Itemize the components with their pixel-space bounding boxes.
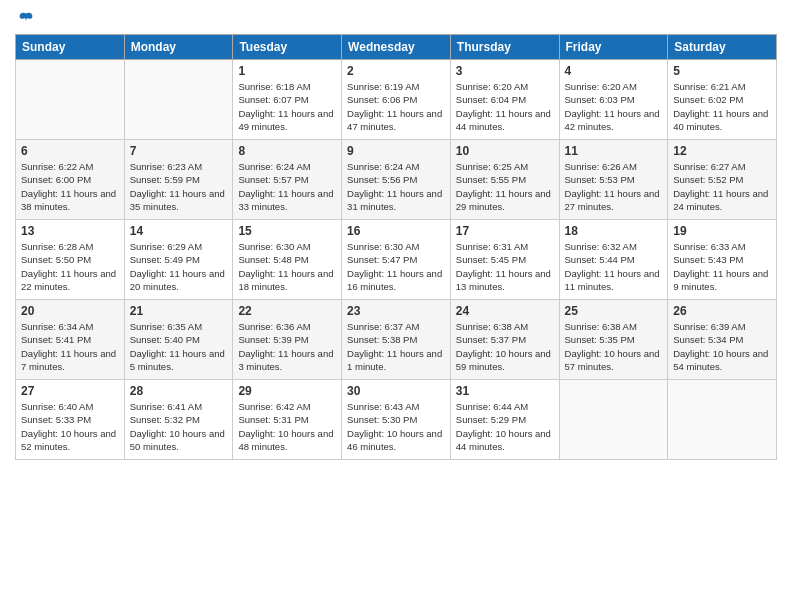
column-header-monday: Monday <box>124 35 233 60</box>
calendar-week-row: 20Sunrise: 6:34 AM Sunset: 5:41 PM Dayli… <box>16 300 777 380</box>
day-info: Sunrise: 6:20 AM Sunset: 6:04 PM Dayligh… <box>456 80 554 133</box>
day-number: 30 <box>347 384 445 398</box>
day-number: 17 <box>456 224 554 238</box>
day-number: 18 <box>565 224 663 238</box>
calendar-table: SundayMondayTuesdayWednesdayThursdayFrid… <box>15 34 777 460</box>
calendar-day-14: 14Sunrise: 6:29 AM Sunset: 5:49 PM Dayli… <box>124 220 233 300</box>
day-info: Sunrise: 6:31 AM Sunset: 5:45 PM Dayligh… <box>456 240 554 293</box>
day-number: 16 <box>347 224 445 238</box>
calendar-week-row: 27Sunrise: 6:40 AM Sunset: 5:33 PM Dayli… <box>16 380 777 460</box>
calendar-day-13: 13Sunrise: 6:28 AM Sunset: 5:50 PM Dayli… <box>16 220 125 300</box>
calendar-empty-cell <box>124 60 233 140</box>
calendar-week-row: 13Sunrise: 6:28 AM Sunset: 5:50 PM Dayli… <box>16 220 777 300</box>
calendar-day-17: 17Sunrise: 6:31 AM Sunset: 5:45 PM Dayli… <box>450 220 559 300</box>
calendar-day-28: 28Sunrise: 6:41 AM Sunset: 5:32 PM Dayli… <box>124 380 233 460</box>
logo <box>15 10 35 26</box>
day-number: 24 <box>456 304 554 318</box>
column-header-saturday: Saturday <box>668 35 777 60</box>
day-info: Sunrise: 6:20 AM Sunset: 6:03 PM Dayligh… <box>565 80 663 133</box>
calendar-day-19: 19Sunrise: 6:33 AM Sunset: 5:43 PM Dayli… <box>668 220 777 300</box>
day-info: Sunrise: 6:22 AM Sunset: 6:00 PM Dayligh… <box>21 160 119 213</box>
calendar-day-8: 8Sunrise: 6:24 AM Sunset: 5:57 PM Daylig… <box>233 140 342 220</box>
calendar-day-10: 10Sunrise: 6:25 AM Sunset: 5:55 PM Dayli… <box>450 140 559 220</box>
day-info: Sunrise: 6:30 AM Sunset: 5:47 PM Dayligh… <box>347 240 445 293</box>
day-number: 8 <box>238 144 336 158</box>
day-number: 14 <box>130 224 228 238</box>
day-info: Sunrise: 6:44 AM Sunset: 5:29 PM Dayligh… <box>456 400 554 453</box>
day-info: Sunrise: 6:24 AM Sunset: 5:57 PM Dayligh… <box>238 160 336 213</box>
day-number: 29 <box>238 384 336 398</box>
calendar-day-4: 4Sunrise: 6:20 AM Sunset: 6:03 PM Daylig… <box>559 60 668 140</box>
calendar-day-31: 31Sunrise: 6:44 AM Sunset: 5:29 PM Dayli… <box>450 380 559 460</box>
header <box>15 10 777 26</box>
calendar-day-21: 21Sunrise: 6:35 AM Sunset: 5:40 PM Dayli… <box>124 300 233 380</box>
calendar-day-12: 12Sunrise: 6:27 AM Sunset: 5:52 PM Dayli… <box>668 140 777 220</box>
calendar-day-1: 1Sunrise: 6:18 AM Sunset: 6:07 PM Daylig… <box>233 60 342 140</box>
day-info: Sunrise: 6:24 AM Sunset: 5:56 PM Dayligh… <box>347 160 445 213</box>
column-header-tuesday: Tuesday <box>233 35 342 60</box>
calendar-day-15: 15Sunrise: 6:30 AM Sunset: 5:48 PM Dayli… <box>233 220 342 300</box>
day-number: 28 <box>130 384 228 398</box>
day-info: Sunrise: 6:42 AM Sunset: 5:31 PM Dayligh… <box>238 400 336 453</box>
day-info: Sunrise: 6:40 AM Sunset: 5:33 PM Dayligh… <box>21 400 119 453</box>
day-number: 1 <box>238 64 336 78</box>
calendar-empty-cell <box>668 380 777 460</box>
day-info: Sunrise: 6:35 AM Sunset: 5:40 PM Dayligh… <box>130 320 228 373</box>
day-info: Sunrise: 6:25 AM Sunset: 5:55 PM Dayligh… <box>456 160 554 213</box>
day-info: Sunrise: 6:21 AM Sunset: 6:02 PM Dayligh… <box>673 80 771 133</box>
calendar-day-6: 6Sunrise: 6:22 AM Sunset: 6:00 PM Daylig… <box>16 140 125 220</box>
logo-bird-icon <box>17 10 35 28</box>
calendar-day-3: 3Sunrise: 6:20 AM Sunset: 6:04 PM Daylig… <box>450 60 559 140</box>
day-number: 3 <box>456 64 554 78</box>
day-number: 10 <box>456 144 554 158</box>
calendar-empty-cell <box>16 60 125 140</box>
calendar-header-row: SundayMondayTuesdayWednesdayThursdayFrid… <box>16 35 777 60</box>
calendar-day-30: 30Sunrise: 6:43 AM Sunset: 5:30 PM Dayli… <box>342 380 451 460</box>
day-number: 11 <box>565 144 663 158</box>
day-number: 26 <box>673 304 771 318</box>
calendar-day-26: 26Sunrise: 6:39 AM Sunset: 5:34 PM Dayli… <box>668 300 777 380</box>
calendar-day-29: 29Sunrise: 6:42 AM Sunset: 5:31 PM Dayli… <box>233 380 342 460</box>
day-info: Sunrise: 6:23 AM Sunset: 5:59 PM Dayligh… <box>130 160 228 213</box>
calendar-day-9: 9Sunrise: 6:24 AM Sunset: 5:56 PM Daylig… <box>342 140 451 220</box>
column-header-wednesday: Wednesday <box>342 35 451 60</box>
day-info: Sunrise: 6:38 AM Sunset: 5:35 PM Dayligh… <box>565 320 663 373</box>
day-info: Sunrise: 6:36 AM Sunset: 5:39 PM Dayligh… <box>238 320 336 373</box>
day-info: Sunrise: 6:33 AM Sunset: 5:43 PM Dayligh… <box>673 240 771 293</box>
day-info: Sunrise: 6:43 AM Sunset: 5:30 PM Dayligh… <box>347 400 445 453</box>
column-header-thursday: Thursday <box>450 35 559 60</box>
day-info: Sunrise: 6:34 AM Sunset: 5:41 PM Dayligh… <box>21 320 119 373</box>
calendar-day-27: 27Sunrise: 6:40 AM Sunset: 5:33 PM Dayli… <box>16 380 125 460</box>
calendar-empty-cell <box>559 380 668 460</box>
day-info: Sunrise: 6:26 AM Sunset: 5:53 PM Dayligh… <box>565 160 663 213</box>
day-info: Sunrise: 6:41 AM Sunset: 5:32 PM Dayligh… <box>130 400 228 453</box>
calendar-day-11: 11Sunrise: 6:26 AM Sunset: 5:53 PM Dayli… <box>559 140 668 220</box>
day-number: 20 <box>21 304 119 318</box>
calendar-day-25: 25Sunrise: 6:38 AM Sunset: 5:35 PM Dayli… <box>559 300 668 380</box>
day-number: 2 <box>347 64 445 78</box>
day-info: Sunrise: 6:32 AM Sunset: 5:44 PM Dayligh… <box>565 240 663 293</box>
calendar-day-5: 5Sunrise: 6:21 AM Sunset: 6:02 PM Daylig… <box>668 60 777 140</box>
day-number: 6 <box>21 144 119 158</box>
column-header-sunday: Sunday <box>16 35 125 60</box>
day-number: 4 <box>565 64 663 78</box>
day-info: Sunrise: 6:19 AM Sunset: 6:06 PM Dayligh… <box>347 80 445 133</box>
day-number: 22 <box>238 304 336 318</box>
column-header-friday: Friday <box>559 35 668 60</box>
day-info: Sunrise: 6:29 AM Sunset: 5:49 PM Dayligh… <box>130 240 228 293</box>
day-number: 7 <box>130 144 228 158</box>
day-info: Sunrise: 6:27 AM Sunset: 5:52 PM Dayligh… <box>673 160 771 213</box>
day-number: 25 <box>565 304 663 318</box>
calendar-day-22: 22Sunrise: 6:36 AM Sunset: 5:39 PM Dayli… <box>233 300 342 380</box>
day-number: 31 <box>456 384 554 398</box>
day-number: 9 <box>347 144 445 158</box>
day-number: 5 <box>673 64 771 78</box>
day-number: 15 <box>238 224 336 238</box>
calendar-day-23: 23Sunrise: 6:37 AM Sunset: 5:38 PM Dayli… <box>342 300 451 380</box>
calendar-day-16: 16Sunrise: 6:30 AM Sunset: 5:47 PM Dayli… <box>342 220 451 300</box>
calendar-day-7: 7Sunrise: 6:23 AM Sunset: 5:59 PM Daylig… <box>124 140 233 220</box>
day-number: 21 <box>130 304 228 318</box>
calendar-day-20: 20Sunrise: 6:34 AM Sunset: 5:41 PM Dayli… <box>16 300 125 380</box>
day-info: Sunrise: 6:37 AM Sunset: 5:38 PM Dayligh… <box>347 320 445 373</box>
day-info: Sunrise: 6:28 AM Sunset: 5:50 PM Dayligh… <box>21 240 119 293</box>
